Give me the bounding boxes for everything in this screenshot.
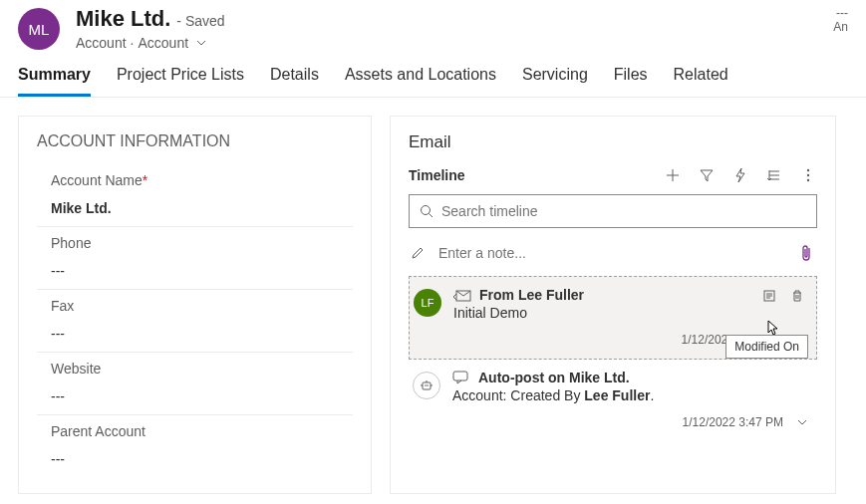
section-title-account-info: ACCOUNT INFORMATION (37, 132, 353, 150)
search-timeline[interactable] (409, 194, 817, 228)
form-type-label[interactable]: Account (138, 35, 188, 51)
filter-icon[interactable] (698, 166, 716, 184)
tab-servicing[interactable]: Servicing (522, 66, 588, 97)
chevron-down-icon[interactable] (793, 413, 811, 431)
entity-label: Account (76, 35, 127, 51)
header-right: --- An (833, 6, 848, 34)
avatar: ML (18, 8, 60, 50)
field-account-name[interactable]: Account Name* Mike Ltd. (37, 164, 353, 227)
item-date: 1/12/2022 3:47 PM (683, 415, 783, 429)
item-avatar-system (413, 372, 440, 399)
field-value: --- (51, 326, 339, 342)
timeline-label: Timeline (409, 167, 465, 183)
svg-point-1 (807, 174, 809, 176)
saved-status: - Saved (176, 13, 224, 29)
svg-rect-9 (453, 372, 467, 380)
svg-point-3 (422, 206, 431, 215)
more-icon[interactable] (799, 166, 817, 184)
tab-project-price-lists[interactable]: Project Price Lists (117, 66, 244, 97)
item-subtitle: Account: Created By Lee Fuller. (452, 387, 811, 403)
account-info-panel: ACCOUNT INFORMATION Account Name* Mike L… (18, 116, 372, 494)
field-value: --- (51, 451, 339, 467)
chevron-down-icon[interactable] (192, 34, 210, 52)
item-title: Auto-post on Mike Ltd. (478, 370, 630, 385)
search-icon (420, 204, 433, 218)
sort-icon[interactable] (765, 166, 783, 184)
record-header: ML Mike Ltd. - Saved Account · Account -… (0, 0, 866, 56)
field-fax[interactable]: Fax --- (37, 290, 353, 353)
field-website[interactable]: Website --- (37, 353, 353, 415)
open-record-icon[interactable] (760, 287, 778, 305)
timeline-panel: Email Timeline (390, 116, 836, 494)
item-avatar: LF (414, 289, 441, 317)
tab-related[interactable]: Related (674, 66, 728, 97)
attach-icon[interactable] (797, 244, 815, 262)
field-value: Mike Ltd. (51, 200, 339, 216)
email-reply-icon (453, 288, 471, 302)
tab-bar: Summary Project Price Lists Details Asse… (0, 56, 866, 98)
field-value: --- (51, 388, 339, 404)
page-title: Mike Ltd. (76, 6, 170, 32)
tab-details[interactable]: Details (270, 66, 319, 97)
post-icon (452, 371, 470, 384)
delete-icon[interactable] (788, 287, 806, 305)
tab-assets-locations[interactable]: Assets and Locations (345, 66, 496, 97)
svg-rect-6 (423, 382, 431, 389)
pencil-icon (411, 246, 425, 260)
tab-summary[interactable]: Summary (18, 66, 91, 97)
field-phone[interactable]: Phone --- (37, 227, 353, 290)
field-parent-account[interactable]: Parent Account --- (37, 415, 353, 477)
search-input[interactable] (441, 203, 806, 219)
lightning-icon[interactable] (731, 166, 749, 184)
svg-point-0 (807, 169, 809, 171)
timeline-item-autopost[interactable]: Auto-post on Mike Ltd. Account: Created … (409, 360, 817, 441)
tooltip-modified-on: Modified On (725, 335, 808, 359)
note-input[interactable] (438, 245, 783, 261)
note-row[interactable] (409, 240, 817, 276)
field-value: --- (51, 263, 339, 279)
svg-point-7 (425, 384, 427, 386)
svg-point-2 (807, 179, 809, 181)
timeline-item-email[interactable]: LF From Lee Fuller Initial Demo 1/12/202… (409, 276, 817, 360)
plus-icon[interactable] (664, 166, 682, 184)
svg-point-8 (427, 384, 429, 386)
item-subtitle: Initial Demo (453, 305, 810, 321)
tab-files[interactable]: Files (614, 66, 648, 97)
item-title: From Lee Fuller (479, 287, 584, 303)
section-title-email: Email (409, 132, 817, 152)
